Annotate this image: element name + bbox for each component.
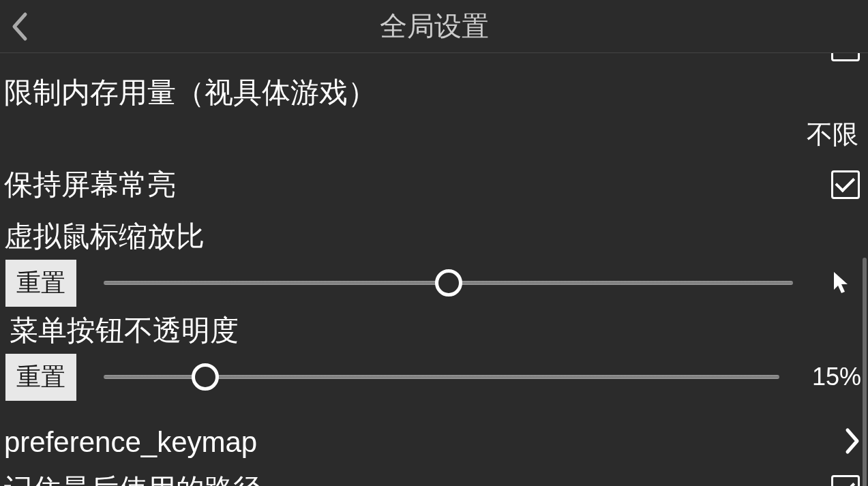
virtual-mouse-slider[interactable] [104, 269, 793, 297]
setting-virtual-mouse-scale: 虚拟鼠标缩放比 重置 [0, 217, 868, 306]
force-default-font-checkbox[interactable] [831, 53, 860, 61]
slider-thumb[interactable] [192, 363, 219, 391]
setting-preference-keymap[interactable]: preference_keymap [0, 414, 868, 471]
menu-opacity-label: 菜单按钮不透明度 [0, 312, 868, 350]
cursor-icon [820, 271, 861, 295]
settings-content: 强制使用默认字体 限制内存用量（视具体游戏） 不限 保持屏幕常亮 虚拟鼠标缩放比… [0, 53, 868, 486]
remember-last-path-label: 记住最后使用的路径 [4, 475, 262, 486]
virtual-mouse-scale-label: 虚拟鼠标缩放比 [0, 217, 868, 256]
menu-opacity-reset-button[interactable]: 重置 [5, 354, 76, 401]
menu-opacity-value: 15% [807, 363, 861, 391]
header-bar: 全局设置 [0, 0, 868, 53]
slider-thumb[interactable] [435, 269, 462, 297]
setting-force-default-font[interactable]: 强制使用默认字体 [0, 53, 868, 64]
scrollbar[interactable] [863, 258, 867, 486]
keep-screen-on-label: 保持屏幕常亮 [4, 166, 176, 204]
remember-last-path-checkbox[interactable] [831, 475, 860, 486]
keep-screen-on-checkbox[interactable] [831, 170, 860, 199]
setting-keep-screen-on[interactable]: 保持屏幕常亮 [0, 157, 868, 212]
setting-menu-button-opacity: 菜单按钮不透明度 重置 15% [0, 312, 868, 400]
chevron-right-icon [845, 427, 860, 457]
memory-limit-label: 限制内存用量（视具体游戏） [4, 74, 860, 112]
memory-limit-value: 不限 [4, 117, 860, 152]
preference-keymap-label: preference_keymap [4, 426, 257, 459]
virtual-mouse-reset-button[interactable]: 重置 [5, 260, 76, 307]
back-button[interactable] [4, 12, 34, 42]
chevron-left-icon [10, 12, 28, 42]
menu-opacity-slider[interactable] [104, 363, 779, 391]
page-title: 全局设置 [0, 7, 868, 45]
setting-remember-last-path[interactable]: 记住最后使用的路径 [0, 471, 868, 486]
setting-memory-limit[interactable]: 限制内存用量（视具体游戏） 不限 [0, 68, 868, 157]
